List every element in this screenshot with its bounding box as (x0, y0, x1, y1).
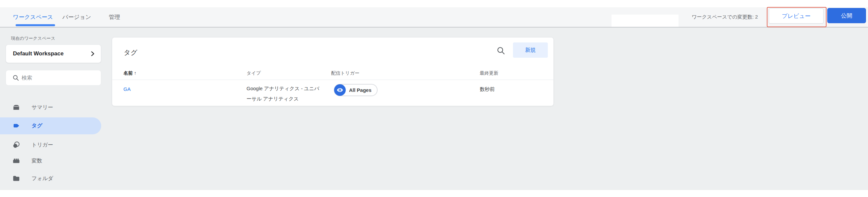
active-tab-underline (16, 24, 55, 26)
new-tag-button[interactable]: 新規 (513, 42, 548, 58)
column-header-type: タイプ (247, 70, 331, 76)
tag-name-link[interactable]: GA (123, 80, 247, 104)
chevron-right-icon (89, 50, 96, 57)
variables-icon (12, 157, 20, 165)
top-navigation-bar: ワークスペース バージョン 管理 ワークスペースでの変更数: 2 (0, 7, 868, 27)
sidebar-item-label: タグ (32, 122, 42, 129)
tab-admin[interactable]: 管理 (109, 7, 120, 27)
tag-updated-cell: 数秒前 (480, 80, 553, 104)
sort-ascending-icon: ↑ (134, 70, 136, 76)
tag-type-cell: Google アナリティクス - ユニバ ーサル アナリティクス (247, 80, 331, 104)
sidebar-item-label: フォルダ (32, 175, 54, 182)
gtm-workspace-page: ワークスペース バージョン 管理 ワークスペースでの変更数: 2 プレビュー 公… (0, 0, 868, 197)
sidebar-item-variables[interactable]: 変数 (0, 153, 101, 169)
eye-icon (334, 84, 346, 96)
sidebar-item-label: 変数 (32, 158, 42, 164)
column-header-name[interactable]: 名前 ↑ (123, 70, 247, 76)
panel-title: タグ (124, 48, 137, 57)
search-icon (496, 46, 506, 55)
panel-search-button[interactable] (494, 44, 508, 57)
column-header-last-updated: 最終更新 (480, 70, 553, 76)
tab-versions[interactable]: バージョン (62, 7, 91, 27)
folder-icon (12, 174, 20, 183)
sidebar-search-input[interactable] (22, 75, 81, 81)
workspace-changes-count: ワークスペースでの変更数: 2 (692, 7, 758, 27)
workspace-name: Default Workspace (13, 51, 89, 57)
trigger-badge[interactable]: All Pages (334, 84, 378, 96)
tag-trigger-cell: All Pages (331, 80, 480, 104)
publish-button[interactable]: 公開 (827, 8, 866, 23)
current-workspace-label: 現在のワークスペース (11, 35, 55, 41)
table-row: GA Google アナリティクス - ユニバ ーサル アナリティクス All … (112, 80, 553, 104)
table-header-row: 名前 ↑ タイプ 配信トリガー 最終更新 (112, 67, 553, 80)
tags-panel: タグ 新規 名前 ↑ タイプ 配信トリガー 最終更新 GA Google アナリ… (112, 37, 554, 106)
workspace-selector[interactable]: Default Workspace (6, 44, 101, 63)
sidebar-item-label: トリガー (32, 142, 53, 149)
sidebar-item-tags[interactable]: タグ (0, 118, 101, 134)
preview-button[interactable]: プレビュー (769, 8, 824, 24)
tag-icon (12, 122, 20, 130)
trigger-badge-label: All Pages (349, 87, 372, 93)
sidebar-item-triggers[interactable]: トリガー (0, 137, 101, 153)
summary-icon (12, 103, 20, 111)
sidebar-item-folders[interactable]: フォルダ (0, 170, 101, 187)
trigger-icon (12, 141, 20, 149)
search-icon (12, 74, 20, 81)
sidebar-search-box[interactable] (6, 70, 101, 86)
sidebar-item-label: サマリー (32, 104, 53, 111)
sidebar-item-summary[interactable]: サマリー (0, 99, 101, 116)
column-header-firing-triggers: 配信トリガー (331, 70, 480, 76)
